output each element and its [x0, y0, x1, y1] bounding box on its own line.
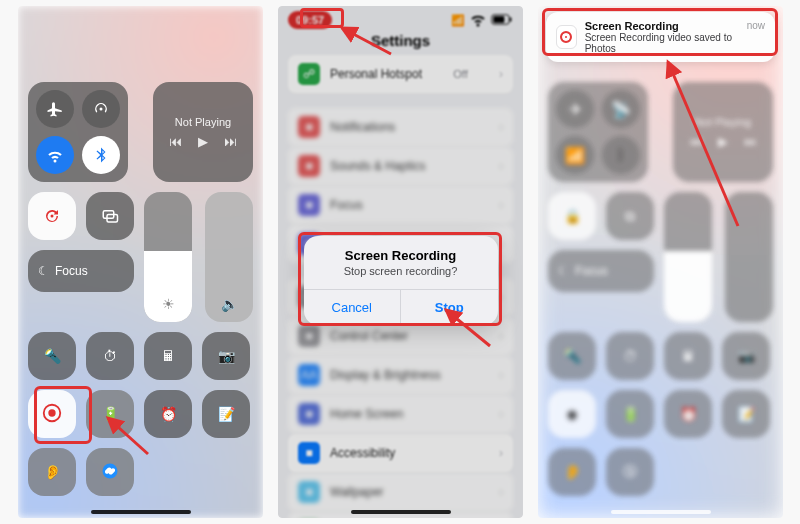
- calculator-icon: 🖩: [161, 348, 175, 364]
- forward-icon[interactable]: ⏭: [224, 134, 237, 149]
- camera-button[interactable]: 📷: [722, 332, 770, 380]
- camera-button[interactable]: 📷: [202, 332, 250, 380]
- shazam-button[interactable]: [86, 448, 134, 496]
- rotation-lock-toggle[interactable]: 🔒: [548, 192, 596, 240]
- notification-banner[interactable]: Screen Recording Screen Recording video …: [546, 12, 775, 62]
- record-icon: [556, 25, 577, 49]
- volume-slider[interactable]: 🔈: [205, 192, 253, 322]
- now-playing-tile[interactable]: Not Playing ⏮▶⏭: [673, 82, 773, 182]
- wifi-toggle[interactable]: 📶: [556, 136, 594, 174]
- airplane-toggle[interactable]: [36, 90, 74, 128]
- flashlight-icon: 🔦: [44, 348, 61, 364]
- shazam-icon: [101, 462, 119, 483]
- low-power-toggle[interactable]: 🔋: [606, 390, 654, 438]
- alarm-icon: ⏰: [160, 406, 177, 422]
- sun-icon: ☀: [144, 296, 192, 312]
- calculator-button[interactable]: 🖩: [664, 332, 712, 380]
- hearing-button[interactable]: 👂: [28, 448, 76, 496]
- alert-cancel-button[interactable]: Cancel: [304, 290, 402, 325]
- record-icon: [41, 402, 63, 427]
- notification-title: Screen Recording: [585, 20, 739, 32]
- alarm-button[interactable]: ⏰: [664, 390, 712, 438]
- connectivity-tile: [28, 82, 128, 182]
- note-add-icon: 📝: [218, 406, 235, 422]
- camera-icon: 📷: [218, 348, 235, 364]
- now-playing-label: Not Playing: [695, 116, 751, 128]
- bluetooth-toggle[interactable]: [82, 136, 120, 174]
- phone-notification: 65% ✈ 📡 📶 ᛒ Not Playing ⏮▶⏭ 🔒 ⧉ ☾ Focus: [538, 6, 783, 518]
- moon-icon: ☾: [38, 264, 49, 278]
- hearing-button[interactable]: 👂: [548, 448, 596, 496]
- screen-mirror-toggle[interactable]: ⧉: [606, 192, 654, 240]
- shazam-button[interactable]: Ⓢ: [606, 448, 654, 496]
- screen-mirror-toggle[interactable]: [86, 192, 134, 240]
- brightness-slider[interactable]: ☀: [144, 192, 192, 322]
- flashlight-toggle[interactable]: 🔦: [548, 332, 596, 380]
- home-indicator[interactable]: [351, 510, 451, 514]
- now-playing-tile[interactable]: Not Playing ⏮ ▶ ⏭: [153, 82, 253, 182]
- ear-icon: 👂: [44, 464, 61, 480]
- focus-toggle[interactable]: ☾ Focus: [548, 250, 654, 292]
- notification-subtitle: Screen Recording video saved to Photos: [585, 32, 739, 54]
- alert-stop-button[interactable]: Stop: [401, 290, 498, 325]
- screen-record-toggle[interactable]: [28, 390, 76, 438]
- now-playing-label: Not Playing: [175, 116, 231, 128]
- timer-button[interactable]: ⏱: [606, 332, 654, 380]
- low-power-toggle[interactable]: 🔋: [86, 390, 134, 438]
- play-icon[interactable]: ▶: [198, 134, 208, 149]
- flashlight-toggle[interactable]: 🔦: [28, 332, 76, 380]
- cellular-toggle[interactable]: [82, 90, 120, 128]
- timer-icon: ⏱: [103, 348, 117, 364]
- phone-settings: 09:57 📶 Settings ☍ Personal Hotspot Off …: [278, 6, 523, 518]
- notification-time: now: [747, 20, 765, 31]
- focus-label: Focus: [55, 264, 88, 278]
- rotation-lock-toggle[interactable]: [28, 192, 76, 240]
- bluetooth-toggle[interactable]: ᛒ: [602, 136, 640, 174]
- focus-toggle[interactable]: ☾ Focus: [28, 250, 134, 292]
- svg-point-3: [51, 215, 54, 218]
- screen-record-toggle[interactable]: ◉: [548, 390, 596, 438]
- home-indicator[interactable]: [611, 510, 711, 514]
- airplane-toggle[interactable]: ✈: [556, 90, 594, 128]
- alert-title: Screen Recording: [304, 236, 498, 263]
- note-button[interactable]: 📝: [202, 390, 250, 438]
- note-button[interactable]: 📝: [722, 390, 770, 438]
- timer-button[interactable]: ⏱: [86, 332, 134, 380]
- alert-message: Stop screen recording?: [304, 263, 498, 289]
- calculator-button[interactable]: 🖩: [144, 332, 192, 380]
- screen-recording-alert: Screen Recording Stop screen recording? …: [304, 236, 498, 325]
- phone-control-center: •••• 65%: [18, 6, 263, 518]
- battery-low-icon: 🔋: [102, 406, 119, 422]
- rewind-icon[interactable]: ⏮: [169, 134, 182, 149]
- connectivity-tile: ✈ 📡 📶 ᛒ: [548, 82, 648, 182]
- speaker-icon: 🔈: [205, 296, 253, 312]
- alarm-button[interactable]: ⏰: [144, 390, 192, 438]
- brightness-slider[interactable]: [664, 192, 712, 322]
- wifi-toggle[interactable]: [36, 136, 74, 174]
- cellular-toggle[interactable]: 📡: [602, 90, 640, 128]
- home-indicator[interactable]: [91, 510, 191, 514]
- volume-slider[interactable]: [725, 192, 773, 322]
- svg-point-7: [48, 409, 55, 416]
